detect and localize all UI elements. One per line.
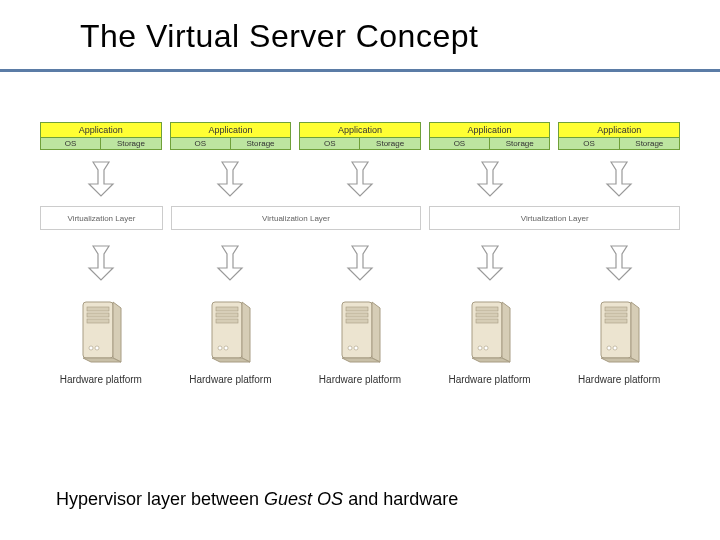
- server-tower-icon: [204, 296, 256, 368]
- hardware-col: Hardware platform: [170, 296, 292, 385]
- svg-point-10: [218, 346, 222, 350]
- app-col: Application OS Storage: [170, 122, 292, 150]
- application-box: Application OS Storage: [40, 122, 162, 150]
- server-tower-icon: [464, 296, 516, 368]
- svg-rect-15: [346, 319, 368, 323]
- virtualization-layer-box: Virtualization Layer: [429, 206, 680, 230]
- svg-point-29: [613, 346, 617, 350]
- arrow-down-icon: [215, 244, 245, 282]
- application-header: Application: [430, 123, 550, 138]
- svg-rect-8: [216, 313, 238, 317]
- app-col: Application OS Storage: [429, 122, 551, 150]
- os-cell: OS: [41, 138, 100, 149]
- application-header: Application: [171, 123, 291, 138]
- svg-rect-19: [476, 307, 498, 311]
- svg-rect-1: [87, 307, 109, 311]
- arrow-down-icon: [86, 160, 116, 198]
- application-box: Application OS Storage: [299, 122, 421, 150]
- os-cell: OS: [430, 138, 489, 149]
- caption-text-prefix: Hypervisor layer between: [56, 489, 264, 509]
- application-header: Application: [300, 123, 420, 138]
- hardware-label: Hardware platform: [578, 374, 660, 385]
- application-box: Application OS Storage: [558, 122, 680, 150]
- application-row: Application OS Storage Application OS St…: [40, 122, 680, 150]
- os-cell: OS: [171, 138, 230, 149]
- svg-rect-25: [605, 307, 627, 311]
- arrow-down-icon: [604, 244, 634, 282]
- svg-point-5: [95, 346, 99, 350]
- svg-point-23: [484, 346, 488, 350]
- application-box: Application OS Storage: [170, 122, 292, 150]
- virtualization-layer-box: Virtualization Layer: [40, 206, 163, 230]
- hardware-col: Hardware platform: [558, 296, 680, 385]
- arrow-down-icon: [215, 160, 245, 198]
- hardware-label: Hardware platform: [448, 374, 530, 385]
- svg-point-22: [478, 346, 482, 350]
- svg-point-17: [354, 346, 358, 350]
- svg-rect-7: [216, 307, 238, 311]
- arrows-virt-to-hw: [40, 234, 680, 290]
- arrow-down-icon: [475, 244, 505, 282]
- hardware-col: Hardware platform: [299, 296, 421, 385]
- slide-caption: Hypervisor layer between Guest OS and ha…: [56, 489, 458, 510]
- server-tower-icon: [75, 296, 127, 368]
- svg-rect-14: [346, 313, 368, 317]
- svg-point-28: [607, 346, 611, 350]
- svg-rect-3: [87, 319, 109, 323]
- app-col: Application OS Storage: [558, 122, 680, 150]
- storage-cell: Storage: [359, 138, 419, 149]
- svg-point-16: [348, 346, 352, 350]
- svg-rect-26: [605, 313, 627, 317]
- caption-text-italic: Guest OS: [264, 489, 343, 509]
- arrow-down-icon: [475, 160, 505, 198]
- server-tower-icon: [334, 296, 386, 368]
- arrow-down-icon: [604, 160, 634, 198]
- svg-point-4: [89, 346, 93, 350]
- arrow-down-icon: [345, 160, 375, 198]
- diagram-area: Application OS Storage Application OS St…: [40, 122, 680, 462]
- arrow-down-icon: [345, 244, 375, 282]
- server-tower-icon: [593, 296, 645, 368]
- hardware-label: Hardware platform: [60, 374, 142, 385]
- storage-cell: Storage: [489, 138, 549, 149]
- hardware-label: Hardware platform: [189, 374, 271, 385]
- app-col: Application OS Storage: [299, 122, 421, 150]
- title-underline: [0, 69, 720, 72]
- storage-cell: Storage: [619, 138, 679, 149]
- svg-rect-2: [87, 313, 109, 317]
- application-header: Application: [559, 123, 679, 138]
- os-cell: OS: [559, 138, 618, 149]
- os-cell: OS: [300, 138, 359, 149]
- hardware-col: Hardware platform: [40, 296, 162, 385]
- arrows-app-to-virt: [40, 150, 680, 206]
- application-header: Application: [41, 123, 161, 138]
- svg-rect-13: [346, 307, 368, 311]
- svg-rect-27: [605, 319, 627, 323]
- hardware-col: Hardware platform: [429, 296, 551, 385]
- slide-title: The Virtual Server Concept: [80, 18, 720, 55]
- virtualization-row: Virtualization Layer Virtualization Laye…: [40, 206, 680, 230]
- hardware-label: Hardware platform: [319, 374, 401, 385]
- application-box: Application OS Storage: [429, 122, 551, 150]
- svg-rect-20: [476, 313, 498, 317]
- svg-point-11: [224, 346, 228, 350]
- svg-rect-21: [476, 319, 498, 323]
- caption-text-suffix: and hardware: [343, 489, 458, 509]
- app-col: Application OS Storage: [40, 122, 162, 150]
- storage-cell: Storage: [100, 138, 160, 149]
- svg-rect-9: [216, 319, 238, 323]
- arrow-down-icon: [86, 244, 116, 282]
- virtualization-layer-box: Virtualization Layer: [171, 206, 422, 230]
- storage-cell: Storage: [230, 138, 290, 149]
- hardware-row: Hardware platform Hardware platform: [40, 296, 680, 385]
